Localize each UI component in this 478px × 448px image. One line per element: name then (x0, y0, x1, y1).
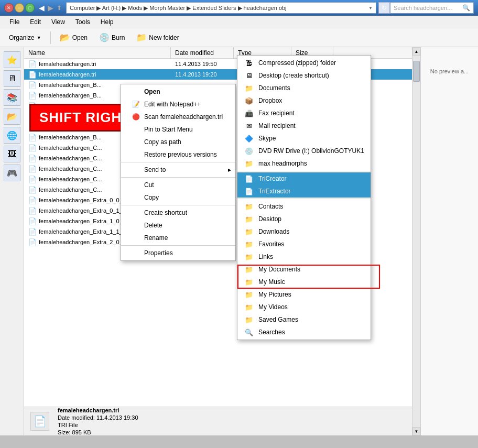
sendto-menu-item[interactable]: 📁Saved Games (237, 313, 371, 326)
context-menu[interactable]: Open📝Edit with Notepad++🔴Scan femalehead… (121, 84, 236, 261)
context-menu-item[interactable]: Copy as path (121, 136, 235, 148)
file-icon: 📄 (28, 71, 37, 79)
file-date-cell: 11.4.2013 19:50 (171, 61, 234, 67)
sendto-menu-item[interactable]: ✉Mail recipient (237, 119, 371, 132)
file-icon: 📄 (28, 228, 37, 236)
sendto-menu-item[interactable]: 📄TriExtractor (237, 185, 371, 198)
context-menu-item[interactable]: Create shortcut (121, 206, 235, 219)
sendto-menu-item[interactable]: 🔍Searches (237, 326, 371, 338)
scroll-down-button[interactable]: ▼ (412, 427, 420, 435)
organize-dropdown-icon[interactable]: ▼ (37, 35, 41, 40)
context-menu-item[interactable]: 🔴Scan femaleheadchargen.tri (121, 111, 235, 123)
sidebar-icon-5[interactable]: 🌐 (4, 127, 20, 144)
scroll-track[interactable] (412, 56, 420, 427)
close-button[interactable]: ✕ (4, 3, 14, 13)
context-menu-item-label: Restore previous versions (144, 151, 217, 158)
sendto-item-label: Favorites (258, 241, 284, 248)
context-menu-item[interactable]: Send to (121, 163, 235, 176)
sidebar-icon-7[interactable]: 🎮 (4, 165, 20, 181)
organize-button[interactable]: Organize ▼ (4, 31, 46, 44)
status-bar: 📄 femaleheadchargen.tri Date modified: 1… (24, 407, 412, 435)
open-button[interactable]: 📂 Open (55, 30, 92, 45)
sendto-item-label: TriCreator (258, 175, 287, 182)
menu-file[interactable]: File (4, 17, 25, 27)
sendto-menu-item[interactable]: 📁Downloads (237, 225, 371, 238)
minimize-button[interactable]: − (15, 3, 24, 13)
context-menu-item[interactable]: Open (121, 85, 235, 98)
context-menu-item-label: Cut (144, 181, 154, 189)
sendto-menu-item[interactable]: 📁My Videos (237, 301, 371, 313)
context-menu-item[interactable]: Delete (121, 219, 235, 232)
sendto-submenu[interactable]: 🗜Compressed (zipped) folder🖥Desktop (cre… (237, 55, 371, 340)
sendto-menu-item[interactable]: 📁My Documents (237, 263, 371, 276)
context-menu-item[interactable]: Copy (121, 191, 235, 204)
maximize-button[interactable]: □ (25, 3, 35, 13)
sidebar-icon-2[interactable]: 🖥 (4, 70, 20, 87)
col-header-name[interactable]: Name (24, 47, 171, 58)
context-menu-item-icon (132, 138, 140, 146)
context-menu-item[interactable]: Restore previous versions (121, 148, 235, 161)
context-menu-item-label: Delete (144, 222, 162, 229)
file-name-text: femaleheadchargen.tri (39, 61, 96, 67)
context-menu-item-label: Rename (144, 234, 168, 242)
context-menu-item[interactable]: Rename (121, 232, 235, 244)
forward-button[interactable]: ▶ (48, 4, 53, 12)
refresh-button[interactable]: ↻ (378, 2, 390, 14)
sidebar-icon-4[interactable]: 📂 (4, 108, 20, 125)
menu-view[interactable]: View (46, 17, 70, 27)
sendto-menu-item[interactable]: 📁Contacts (237, 200, 371, 213)
sendto-item-icon: 🔍 (244, 328, 254, 336)
context-menu-item[interactable]: Cut (121, 179, 235, 191)
up-button[interactable]: ⬆ (57, 4, 62, 12)
file-icon: 📄 (28, 238, 37, 246)
menu-tools[interactable]: Tools (70, 17, 95, 27)
sendto-menu-item[interactable]: 📁max headmorphs (237, 157, 371, 170)
sidebar-icon-1[interactable]: ⭐ (4, 51, 20, 68)
sendto-menu-item[interactable]: 📁My Pictures (237, 288, 371, 301)
scrollbar[interactable]: ▲ ▼ (412, 47, 420, 435)
search-bar[interactable]: Search headchargen... 🔍 (390, 2, 474, 14)
sendto-menu-item[interactable]: 📁Links (237, 250, 371, 263)
address-bar[interactable]: Computer ▶ Art (H:) ▶ Mods ▶ Morph Maste… (66, 2, 376, 14)
sendto-item-icon: 🔷 (244, 134, 254, 143)
context-menu-item-label: Send to (144, 166, 166, 173)
sendto-menu-item[interactable]: 📁My Music (237, 276, 371, 288)
col-header-date[interactable]: Date modified (171, 47, 234, 58)
sidebar-icon-6[interactable]: 🖼 (4, 146, 20, 162)
sendto-menu-item[interactable]: 📁Favorites (237, 238, 371, 250)
context-menu-item-icon (132, 166, 140, 174)
new-folder-button[interactable]: 📁 New folder (132, 30, 183, 45)
context-menu-item[interactable]: 📝Edit with Notepad++ (121, 98, 235, 111)
status-file-icon: 📄 (30, 412, 49, 431)
status-size: Size: 895 KB (58, 429, 138, 435)
sendto-menu-item[interactable]: 💿DVD RW Drive (I:) OblivionGOTYUK1 (237, 145, 371, 157)
back-button[interactable]: ◀ (39, 4, 45, 12)
file-icon: 📄 (28, 60, 37, 68)
scroll-up-button[interactable]: ▲ (412, 47, 420, 56)
address-dropdown[interactable]: ▼ (368, 6, 373, 10)
sendto-menu-item[interactable]: 📁Documents (237, 82, 371, 94)
menu-help[interactable]: Help (95, 17, 119, 27)
sendto-item-icon: 📁 (244, 278, 254, 286)
sendto-item-label: TriExtractor (258, 188, 291, 195)
sendto-item-label: Links (258, 253, 273, 260)
toolbar-separator-1 (50, 31, 51, 44)
burn-button[interactable]: 💿 Burn (94, 30, 129, 45)
menu-edit[interactable]: Edit (25, 17, 46, 27)
sendto-menu-item[interactable]: 📦Dropbox (237, 94, 371, 107)
sendto-item-label: Searches (258, 329, 285, 336)
sendto-menu-item[interactable]: 🖥Desktop (create shortcut) (237, 69, 371, 82)
file-icon: 📄 (28, 217, 37, 225)
file-icon: 📄 (28, 81, 37, 89)
scroll-thumb[interactable] (413, 61, 420, 82)
sendto-menu-item[interactable]: 🔷Skype (237, 132, 371, 145)
sendto-menu-item[interactable]: 📄TriCreator (237, 172, 371, 185)
sendto-menu-item[interactable]: 📠Fax recipient (237, 107, 371, 119)
sendto-item-label: Fax recipient (258, 110, 295, 117)
context-menu-item[interactable]: Properties (121, 247, 235, 259)
sendto-menu-item[interactable]: 📁Desktop (237, 213, 371, 225)
context-menu-item[interactable]: Pin to Start Menu (121, 123, 235, 136)
sendto-menu-item[interactable]: 🗜Compressed (zipped) folder (237, 57, 371, 69)
sidebar-icon-3[interactable]: 📚 (4, 89, 20, 106)
context-menu-separator (121, 177, 235, 178)
